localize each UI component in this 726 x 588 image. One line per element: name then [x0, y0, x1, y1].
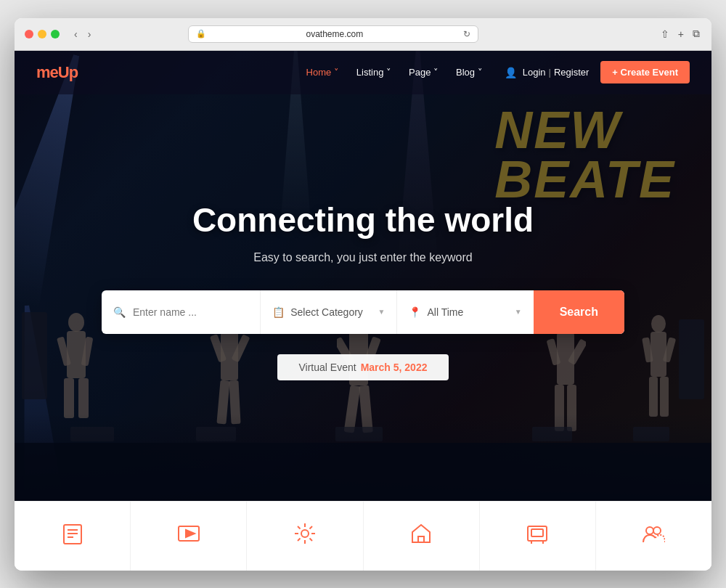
search-button[interactable]: Search: [534, 290, 624, 334]
virtual-event-label: Virtual Event: [299, 362, 356, 373]
category-icon: 📋: [272, 306, 285, 318]
category-icon-1: [61, 522, 84, 550]
location-icon: 📍: [409, 306, 421, 318]
svg-marker-35: [186, 530, 195, 537]
category-select[interactable]: Select Category Music Sports Arts Food: [290, 306, 372, 318]
category-icon-3: [293, 522, 317, 550]
svg-line-43: [309, 526, 312, 529]
create-event-button[interactable]: + Create Event: [600, 61, 690, 83]
browser-window: ‹ › 🔒 ovatheme.com ↻ ⇧ + ⧉: [15, 18, 711, 571]
category-icon-4: [409, 522, 433, 550]
forward-button[interactable]: ›: [85, 27, 94, 41]
category-card-6[interactable]: [596, 502, 711, 571]
refresh-button[interactable]: ↻: [463, 29, 470, 39]
hero-content: Connecting the world Easy to search, you…: [15, 51, 711, 501]
logo-text: me: [36, 63, 58, 81]
category-card-1[interactable]: [15, 502, 131, 571]
time-field: 📍 All Time Today This Week This Month ▼: [397, 290, 533, 334]
category-card-4[interactable]: [364, 502, 480, 571]
minimize-button[interactable]: [38, 30, 46, 38]
category-card-5[interactable]: [480, 502, 596, 571]
hero-title: Connecting the world: [192, 200, 534, 240]
tabs-button[interactable]: ⧉: [691, 26, 701, 41]
hero-subtitle: Easy to search, you just enter the keywo…: [253, 251, 472, 264]
svg-rect-45: [418, 536, 424, 542]
close-button[interactable]: [25, 30, 33, 38]
svg-line-41: [298, 526, 301, 529]
nav-links: Home ˅ Listing ˅ Page ˅ Blog ˅: [299, 62, 490, 82]
nav-item-home[interactable]: Home ˅: [299, 62, 346, 82]
browser-controls: ‹ ›: [71, 27, 94, 41]
browser-titlebar: ‹ › 🔒 ovatheme.com ↻ ⇧ + ⧉: [15, 18, 711, 51]
categories-strip: [15, 501, 711, 571]
category-icon-5: [526, 522, 549, 550]
back-button[interactable]: ‹: [71, 27, 81, 41]
new-tab-button[interactable]: +: [677, 26, 685, 41]
svg-point-36: [301, 530, 309, 537]
auth-divider: |: [549, 67, 551, 78]
svg-line-44: [298, 538, 301, 541]
navbar: meUp Home ˅ Listing ˅ Page ˅ Blog ˅ 👤 Lo…: [15, 51, 711, 94]
category-dropdown-arrow: ▼: [378, 308, 386, 316]
nav-item-blog[interactable]: Blog ˅: [449, 62, 490, 82]
search-input[interactable]: [133, 306, 248, 318]
category-card-2[interactable]: [131, 502, 247, 571]
time-dropdown-arrow: ▼: [515, 308, 522, 316]
virtual-event-pill[interactable]: Virtual Event March 5, 2022: [277, 354, 449, 380]
share-button[interactable]: ⇧: [659, 26, 671, 41]
browser-right-controls: ⇧ + ⧉: [659, 26, 701, 41]
search-icon: 🔍: [113, 306, 126, 318]
svg-rect-47: [531, 529, 543, 536]
maximize-button[interactable]: [51, 30, 60, 38]
nav-auth: 👤 Login | Register: [505, 67, 590, 78]
hero-section: NEW BEATE: [15, 51, 711, 501]
lock-icon: 🔒: [196, 29, 206, 38]
search-field: 🔍: [102, 290, 261, 334]
login-link[interactable]: Login: [523, 67, 546, 78]
svg-line-42: [309, 538, 312, 541]
site-logo[interactable]: meUp: [36, 63, 78, 82]
search-bar: 🔍 📋 Select Category Music Sports Arts Fo…: [102, 290, 624, 334]
nav-item-page[interactable]: Page ˅: [401, 62, 446, 82]
register-link[interactable]: Register: [554, 67, 589, 78]
user-icon: 👤: [505, 67, 517, 78]
address-bar[interactable]: 🔒 ovatheme.com ↻: [188, 25, 478, 43]
category-icon-2: [177, 522, 200, 550]
url-text: ovatheme.com: [211, 29, 459, 39]
svg-point-48: [646, 527, 653, 534]
category-field: 📋 Select Category Music Sports Arts Food…: [261, 290, 397, 334]
nav-item-listing[interactable]: Listing ˅: [349, 62, 399, 82]
time-select[interactable]: All Time Today This Week This Month: [427, 306, 508, 318]
traffic-lights: [25, 30, 60, 38]
logo-highlight: Up: [58, 63, 78, 81]
category-card-3[interactable]: [247, 502, 363, 571]
svg-point-49: [653, 527, 661, 534]
category-icon-6: [642, 522, 665, 550]
virtual-event-date: March 5, 2022: [361, 362, 428, 373]
site-content: NEW BEATE: [15, 51, 711, 571]
